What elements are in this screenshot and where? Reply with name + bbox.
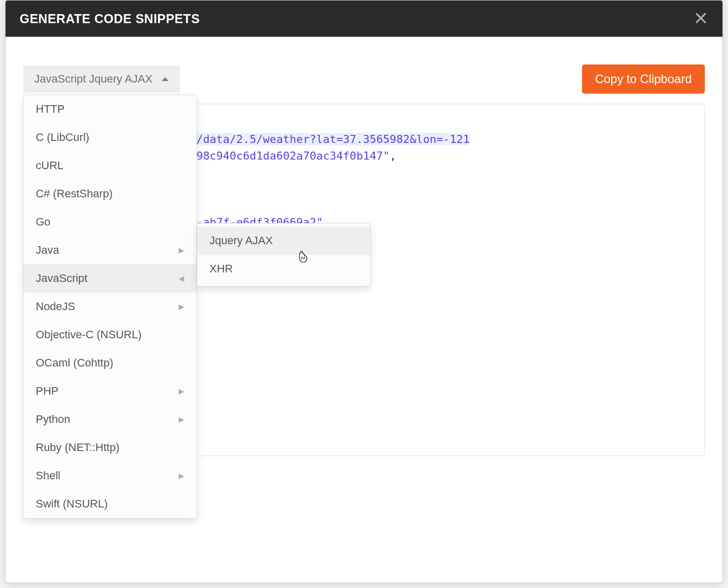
menu-item-label: Python <box>36 413 70 426</box>
copy-button[interactable]: Copy to Clipboard <box>582 64 705 94</box>
menu-item-swift-nsurl-[interactable]: Swift (NSURL) <box>24 490 196 518</box>
close-icon[interactable]: ✕ <box>693 10 708 28</box>
menu-item-label: Shell <box>36 469 60 482</box>
caret-right-icon: ▶ <box>179 387 184 395</box>
toolbar: JavaScript Jquery AJAX Copy to Clipboard <box>23 64 705 94</box>
menu-item-label: NodeJS <box>36 300 75 313</box>
submenu-item-jquery-ajax[interactable]: Jquery AJAX <box>197 227 370 255</box>
menu-item-label: Swift (NSURL) <box>36 497 108 510</box>
code-comma: , <box>390 150 396 162</box>
menu-item-label: Objective-C (NSURL) <box>36 328 141 341</box>
menu-item-label: cURL <box>36 159 63 172</box>
caret-right-icon: ▶ <box>179 415 184 423</box>
caret-left-icon: ◀ <box>179 274 184 282</box>
menu-item-go[interactable]: Go <box>24 208 196 236</box>
menu-item-javascript[interactable]: JavaScript◀ <box>24 264 196 292</box>
menu-item-python[interactable]: Python▶ <box>24 405 196 433</box>
menu-item-c-libcurl-[interactable]: C (LibCurl) <box>24 123 196 152</box>
caret-right-icon: ▶ <box>179 472 184 480</box>
menu-item-ruby-net-http-[interactable]: Ruby (NET::Http) <box>24 433 196 462</box>
menu-item-label: Ruby (NET::Http) <box>36 441 119 454</box>
modal-title: GENERATE CODE SNIPPETS <box>20 12 200 26</box>
language-dropdown[interactable]: JavaScript Jquery AJAX <box>23 65 180 93</box>
dropdown-label: JavaScript Jquery AJAX <box>34 72 153 86</box>
caret-right-icon: ▶ <box>179 246 184 254</box>
modal-body: JavaScript Jquery AJAX Copy to Clipboard… <box>6 37 722 474</box>
submenu-item-label: Jquery AJAX <box>209 234 273 247</box>
menu-item-label: Java <box>36 244 59 257</box>
caret-right-icon: ▶ <box>179 303 184 311</box>
menu-item-curl[interactable]: cURL <box>24 152 196 180</box>
menu-item-shell[interactable]: Shell▶ <box>24 462 196 490</box>
menu-item-ocaml-cohttp-[interactable]: OCaml (Cohttp) <box>24 349 196 377</box>
menu-item-label: JavaScript <box>36 272 88 285</box>
menu-item-label: PHP <box>36 385 58 398</box>
menu-item-label: C# (RestSharp) <box>36 187 113 200</box>
menu-item-label: HTTP <box>36 103 64 116</box>
menu-item-c-restsharp-[interactable]: C# (RestSharp) <box>24 180 196 208</box>
submenu-item-label: XHR <box>209 262 233 275</box>
modal-header: GENERATE CODE SNIPPETS ✕ <box>6 1 722 37</box>
caret-up-icon <box>162 77 169 81</box>
javascript-submenu: Jquery AJAXXHR <box>197 223 371 286</box>
menu-item-php[interactable]: PHP▶ <box>24 377 196 405</box>
menu-item-label: C (LibCurl) <box>36 131 89 144</box>
submenu-item-xhr[interactable]: XHR <box>197 255 370 283</box>
menu-item-java[interactable]: Java▶ <box>24 236 196 264</box>
modal: GENERATE CODE SNIPPETS ✕ JavaScript Jque… <box>5 0 723 583</box>
language-menu: HTTPC (LibCurl)cURLC# (RestSharp)GoJava▶… <box>23 95 197 519</box>
menu-item-nodejs[interactable]: NodeJS▶ <box>24 292 196 321</box>
menu-item-label: OCaml (Cohttp) <box>36 356 113 370</box>
menu-item-label: Go <box>36 215 50 229</box>
menu-item-objective-c-nsurl-[interactable]: Objective-C (NSURL) <box>24 321 196 349</box>
menu-item-http[interactable]: HTTP <box>24 95 196 123</box>
